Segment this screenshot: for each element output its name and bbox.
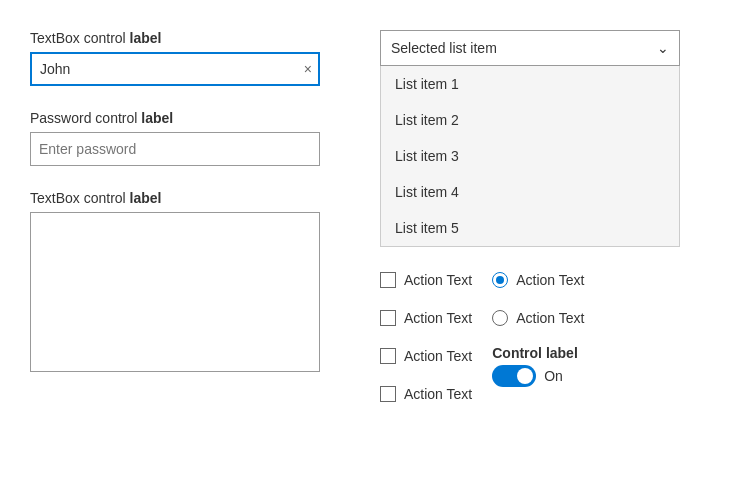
dropdown-header[interactable]: Selected list item ⌄ — [380, 30, 680, 66]
textbox2-label-bold: label — [130, 190, 162, 206]
password-group: Password control label — [30, 110, 340, 166]
checkbox-3[interactable] — [380, 348, 396, 364]
dropdown-list: List item 1 List item 2 List item 3 List… — [380, 66, 680, 247]
toggle-label: Control label — [492, 345, 584, 361]
checkboxes-column: Action Text Action Text Action Text Acti… — [380, 265, 472, 409]
checkbox-1-label: Action Text — [404, 272, 472, 288]
list-item[interactable]: List item 4 — [381, 174, 679, 210]
checkbox-item-4[interactable]: Action Text — [380, 379, 472, 409]
list-item[interactable]: List item 1 — [381, 66, 679, 102]
radio-toggle-column: Action Text Action Text Control label On — [492, 265, 584, 409]
radio-2[interactable] — [492, 310, 508, 326]
list-item[interactable]: List item 3 — [381, 138, 679, 174]
password-input[interactable] — [30, 132, 320, 166]
textbox1-clear-button[interactable]: × — [304, 62, 312, 76]
left-panel: TextBox control label × Password control… — [30, 20, 340, 480]
checkbox-item-2[interactable]: Action Text — [380, 303, 472, 333]
toggle-row: On — [492, 365, 584, 387]
list-item[interactable]: List item 5 — [381, 210, 679, 246]
toggle-switch[interactable] — [492, 365, 536, 387]
password-label-pre: Password control — [30, 110, 141, 126]
textbox1-label-pre: TextBox control — [30, 30, 130, 46]
radio-1[interactable] — [492, 272, 508, 288]
toggle-thumb — [517, 368, 533, 384]
checkbox-3-label: Action Text — [404, 348, 472, 364]
checkbox-4-label: Action Text — [404, 386, 472, 402]
checkbox-item-3[interactable]: Action Text — [380, 341, 472, 371]
textbox1-input[interactable] — [30, 52, 320, 86]
textbox1-group: TextBox control label × — [30, 30, 340, 86]
radio-2-label: Action Text — [516, 310, 584, 326]
toggle-state-text: On — [544, 368, 563, 384]
main-layout: TextBox control label × Password control… — [0, 0, 750, 500]
textbox1-wrapper: × — [30, 52, 320, 86]
textbox2-group: TextBox control label — [30, 190, 340, 375]
radio-item-2[interactable]: Action Text — [492, 303, 584, 333]
password-label-bold: label — [141, 110, 173, 126]
textbox1-label: TextBox control label — [30, 30, 340, 46]
textarea-wrapper — [30, 212, 340, 375]
radio-item-1[interactable]: Action Text — [492, 265, 584, 295]
right-panel: Selected list item ⌄ List item 1 List it… — [380, 20, 720, 480]
textbox2-textarea[interactable] — [30, 212, 320, 372]
textbox1-label-bold: label — [130, 30, 162, 46]
list-item[interactable]: List item 2 — [381, 102, 679, 138]
checkbox-2[interactable] — [380, 310, 396, 326]
textbox2-label-pre: TextBox control — [30, 190, 130, 206]
controls-grid: Action Text Action Text Action Text Acti… — [380, 265, 720, 409]
checkbox-4[interactable] — [380, 386, 396, 402]
password-label: Password control label — [30, 110, 340, 126]
checkbox-item-1[interactable]: Action Text — [380, 265, 472, 295]
chevron-down-icon: ⌄ — [657, 40, 669, 56]
dropdown-selected-text: Selected list item — [391, 40, 497, 56]
radio-1-label: Action Text — [516, 272, 584, 288]
toggle-section: Control label On — [492, 345, 584, 387]
checkbox-1[interactable] — [380, 272, 396, 288]
password-wrapper — [30, 132, 340, 166]
textbox2-label: TextBox control label — [30, 190, 340, 206]
dropdown-wrapper: Selected list item ⌄ List item 1 List it… — [380, 30, 680, 247]
checkbox-2-label: Action Text — [404, 310, 472, 326]
